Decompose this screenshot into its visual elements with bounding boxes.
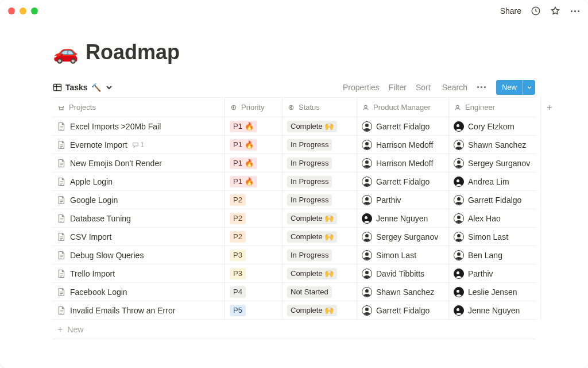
view-switcher[interactable]: Tasks 🔨 [53,83,114,92]
new-row-button[interactable]: + New [53,320,535,339]
priority-tag: P1 🔥 [230,139,257,151]
add-column-button[interactable]: + [541,98,558,117]
table-row[interactable]: Trello Import P3 Complete 🙌 David Tibbit… [53,264,535,283]
cell-priority[interactable]: P3 [225,264,283,282]
cell-status[interactable]: In Progress [283,172,357,190]
page-emoji[interactable]: 🚗 [53,42,79,63]
cell-name[interactable]: Trello Import [53,264,225,282]
properties-button[interactable]: Properties [343,83,380,92]
cell-name[interactable]: New Emojis Don't Render [53,154,225,172]
cell-priority[interactable]: P2 [225,209,283,227]
cell-eng[interactable]: Sergey Surganov [449,154,541,172]
avatar [362,250,372,260]
cell-eng[interactable]: Ben Lang [449,246,541,264]
cell-name[interactable]: CSV Import [53,228,225,246]
maximize-window-button[interactable] [31,7,38,14]
filter-button[interactable]: Filter [389,83,407,92]
table-row[interactable]: Evernote Import 1 P1 🔥 In Progress Harri… [53,136,535,154]
cell-eng[interactable]: Alex Hao [449,209,541,227]
new-button-label[interactable]: New [496,80,523,95]
cell-eng[interactable]: Leslie Jensen [449,283,541,301]
updates-icon[interactable] [531,6,541,16]
cell-status[interactable]: Complete 🙌 [283,117,357,135]
cell-eng[interactable]: Simon Last [449,228,541,246]
table-row[interactable]: Facebook Login P4 Not Started Shawn Sanc… [53,283,535,301]
cell-status[interactable]: Complete 🙌 [283,301,357,319]
status-tag: Not Started [287,286,332,298]
cell-status[interactable]: Complete 🙌 [283,264,357,282]
new-button-dropdown[interactable] [523,80,535,95]
cell-pm[interactable]: Shawn Sanchez [357,283,449,301]
table-row[interactable]: Database Tuning P2 Complete 🙌 Jenne Nguy… [53,209,535,228]
table-row[interactable]: Apple Login P1 🔥 In Progress Garrett Fid… [53,172,535,191]
col-pm[interactable]: Product Manager [357,98,449,117]
cell-status[interactable]: Complete 🙌 [283,228,357,246]
table-row[interactable]: Invalid Emails Throw an Error P5 Complet… [53,301,535,320]
cell-status[interactable]: In Progress [283,154,357,172]
table-row[interactable]: Debug Slow Queries P3 In Progress Simon … [53,246,535,264]
cell-eng[interactable]: Cory Etzkorn [449,117,541,135]
cell-name[interactable]: Invalid Emails Throw an Error [53,301,225,319]
cell-name[interactable]: Evernote Import 1 [53,136,225,154]
cell-pm[interactable]: Harrison Medoff [357,154,449,172]
cell-eng[interactable]: Garrett Fidalgo [449,191,541,209]
page-content: 🚗 Roadmap Tasks 🔨 Properties Filter Sort… [0,22,588,339]
cell-status[interactable]: Not Started [283,283,357,301]
cell-pm[interactable]: Garrett Fidalgo [357,172,449,190]
cell-priority[interactable]: P1 🔥 [225,172,283,190]
table-row[interactable]: New Emojis Don't Render P1 🔥 In Progress… [53,154,535,172]
table-icon [53,83,62,92]
page-icon [57,195,65,205]
cell-name[interactable]: Facebook Login [53,283,225,301]
cell-pm[interactable]: Garrett Fidalgo [357,117,449,135]
cell-priority[interactable]: P2 [225,191,283,209]
cell-status[interactable]: In Progress [283,246,357,264]
cell-name[interactable]: Apple Login [53,172,225,190]
comment-count[interactable]: 1 [132,141,145,149]
cell-priority[interactable]: P5 [225,301,283,319]
cell-pm[interactable]: Jenne Nguyen [357,209,449,227]
cell-priority[interactable]: P2 [225,228,283,246]
col-projects[interactable]: Projects [53,98,225,117]
cell-eng[interactable]: Andrea Lim [449,172,541,190]
cell-eng[interactable]: Jenne Nguyen [449,301,541,319]
cell-pm[interactable]: Sergey Surganov [357,228,449,246]
cell-name[interactable]: Database Tuning [53,209,225,227]
table-row[interactable]: Excel Imports >20Mb Fail P1 🔥 Complete 🙌… [53,117,535,136]
cell-status[interactable]: In Progress [283,191,357,209]
cell-pm[interactable]: David Tibbitts [357,264,449,282]
minimize-window-button[interactable] [20,7,26,14]
cell-pm[interactable]: Parthiv [357,191,449,209]
col-status[interactable]: Status [283,98,357,117]
col-label: Engineer [465,103,495,112]
col-priority[interactable]: Priority [225,98,283,117]
cell-priority[interactable]: P1 🔥 [225,136,283,154]
cell-priority[interactable]: P1 🔥 [225,117,283,135]
cell-eng[interactable]: Shawn Sanchez [449,136,541,154]
person-name: Andrea Lim [468,177,509,186]
sort-button[interactable]: Sort [416,83,431,92]
cell-eng[interactable]: Parthiv [449,264,541,282]
cell-name[interactable]: Debug Slow Queries [53,246,225,264]
cell-pm[interactable]: Harrison Medoff [357,136,449,154]
more-icon[interactable] [570,6,580,16]
cell-pm[interactable]: Simon Last [357,246,449,264]
cell-pm[interactable]: Garrett Fidalgo [357,301,449,319]
table-row[interactable]: CSV Import P2 Complete 🙌 Sergey Surganov… [53,228,535,246]
close-window-button[interactable] [8,7,15,14]
cell-priority[interactable]: P4 [225,283,283,301]
cell-name[interactable]: Excel Imports >20Mb Fail [53,117,225,135]
share-button[interactable]: Share [500,6,521,16]
cell-status[interactable]: In Progress [283,136,357,154]
cell-empty [541,228,558,246]
toolbar-more-icon[interactable] [477,82,487,93]
search-button[interactable]: Search [440,83,467,92]
cell-status[interactable]: Complete 🙌 [283,209,357,227]
col-eng[interactable]: Engineer [449,98,541,117]
cell-name[interactable]: Google Login [53,191,225,209]
table-row[interactable]: Google Login P2 In Progress Parthiv Garr… [53,191,535,209]
cell-priority[interactable]: P3 [225,246,283,264]
page-title[interactable]: 🚗 Roadmap [53,40,535,64]
favorite-icon[interactable] [550,6,560,16]
cell-priority[interactable]: P1 🔥 [225,154,283,172]
